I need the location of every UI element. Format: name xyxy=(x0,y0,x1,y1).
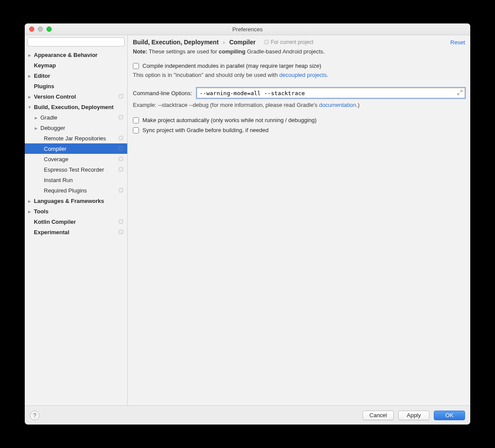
tree-item-label: Required Plugins xyxy=(42,187,116,194)
breadcrumb: Build, Execution, Deployment › Compiler … xyxy=(128,35,470,48)
tree-item[interactable]: Plugins xyxy=(25,81,127,91)
project-scope-icon xyxy=(118,156,124,162)
tree-item-label: Version Control xyxy=(32,93,116,100)
tree-item[interactable]: Espresso Test Recorder xyxy=(25,164,127,175)
crumb-root: Build, Execution, Deployment xyxy=(133,39,219,46)
sidebar: Appearance & BehaviorKeymapEditorPlugins… xyxy=(25,35,128,405)
tree-item[interactable]: Editor xyxy=(25,70,127,81)
settings-tree: Appearance & BehaviorKeymapEditorPlugins… xyxy=(25,49,127,405)
tree-item[interactable]: Remote Jar Repositories xyxy=(25,133,127,143)
tree-item-label: Keymap xyxy=(32,62,124,69)
apply-button[interactable]: Apply xyxy=(398,411,429,420)
content-pane: Build, Execution, Deployment › Compiler … xyxy=(128,35,470,405)
tree-item-label: Debugger xyxy=(39,125,124,131)
window-title: Preferences xyxy=(25,26,470,33)
project-scope-icon xyxy=(118,115,124,120)
project-scope-icon xyxy=(118,229,124,235)
tree-item-label: Plugins xyxy=(32,83,124,90)
tree-item-label: Coverage xyxy=(42,156,116,163)
tree-item-label: Build, Execution, Deployment xyxy=(32,104,124,110)
tree-item[interactable]: Instant Run xyxy=(25,175,127,185)
preferences-window: Preferences Appearance & BehaviorKeymapE… xyxy=(25,23,470,425)
cmd-options-label: Command-line Options: xyxy=(133,90,192,96)
reset-button[interactable]: Reset xyxy=(450,39,465,46)
project-scope-icon xyxy=(118,136,124,141)
parallel-checkbox[interactable] xyxy=(133,63,139,69)
disclosure-icon[interactable] xyxy=(27,105,32,110)
disclosure-icon[interactable] xyxy=(33,126,39,130)
crumb-current: Compiler xyxy=(229,39,256,46)
disclosure-icon[interactable] xyxy=(27,53,32,57)
tree-item[interactable]: Keymap xyxy=(25,60,127,70)
disclosure-icon[interactable] xyxy=(33,115,39,120)
cmd-example-text: Example: --stacktrace --debug (for more … xyxy=(133,99,465,115)
tree-item-label: Languages & Frameworks xyxy=(32,198,124,204)
tree-item-label: Experimental xyxy=(32,229,116,236)
tree-item-label: Gradle xyxy=(39,114,116,121)
disclosure-icon[interactable] xyxy=(27,209,32,214)
sync-gradle-checkbox[interactable] xyxy=(133,127,139,133)
tree-item[interactable]: Tools xyxy=(25,206,127,216)
cmd-options-input[interactable] xyxy=(197,88,465,98)
project-scope-icon xyxy=(118,188,124,193)
project-scope-icon xyxy=(118,219,124,225)
tree-item[interactable]: Coverage xyxy=(25,154,127,164)
tree-item[interactable]: Required Plugins xyxy=(25,185,127,196)
disclosure-icon[interactable] xyxy=(27,94,32,99)
sync-gradle-label: Sync project with Gradle before building… xyxy=(142,127,269,133)
disclosure-icon[interactable] xyxy=(27,199,32,203)
tree-item-label: Kotlin Compiler xyxy=(32,219,116,225)
help-button[interactable]: ? xyxy=(30,411,40,420)
project-scope-icon xyxy=(118,167,124,173)
expand-icon[interactable] xyxy=(457,90,463,96)
decoupled-projects-link[interactable]: decoupled projects xyxy=(279,72,327,78)
tree-item-label: Instant Run xyxy=(42,177,124,183)
tree-item-label: Compiler xyxy=(42,146,116,152)
ok-button[interactable]: OK xyxy=(434,411,465,420)
gradle-docs-link[interactable]: documentation xyxy=(319,102,356,108)
auto-make-label: Make project automatically (only works w… xyxy=(142,117,317,123)
disclosure-icon[interactable] xyxy=(27,73,32,78)
project-scope-icon xyxy=(118,94,124,100)
tree-item-label: Espresso Test Recorder xyxy=(42,166,116,173)
tree-item[interactable]: Compiler xyxy=(25,143,127,154)
project-scope-icon xyxy=(118,146,124,152)
tree-item[interactable]: Version Control xyxy=(25,91,127,102)
parallel-label: Compile independent modules in parallel … xyxy=(142,63,321,69)
for-current-project-hint: For current project xyxy=(264,39,314,45)
tree-item[interactable]: Gradle xyxy=(25,112,127,123)
tree-item[interactable]: Build, Execution, Deployment xyxy=(25,102,127,112)
tree-item[interactable]: Experimental xyxy=(25,227,127,237)
cancel-button[interactable]: Cancel xyxy=(363,411,394,420)
auto-make-checkbox[interactable] xyxy=(133,117,139,123)
parallel-subtext: This option is in "incubation" and shoul… xyxy=(133,71,465,84)
tree-item[interactable]: Kotlin Compiler xyxy=(25,216,127,227)
tree-item[interactable]: Appearance & Behavior xyxy=(25,50,127,60)
tree-item[interactable]: Debugger xyxy=(25,123,127,133)
dialog-footer: ? Cancel Apply OK xyxy=(25,405,470,425)
note-text: Note: These settings are used for compil… xyxy=(128,48,470,61)
tree-item-label: Remote Jar Repositories xyxy=(42,135,116,142)
tree-item-label: Appearance & Behavior xyxy=(32,52,124,58)
titlebar: Preferences xyxy=(25,23,470,35)
tree-item-label: Editor xyxy=(32,73,124,79)
chevron-right-icon: › xyxy=(223,39,225,46)
tree-item[interactable]: Languages & Frameworks xyxy=(25,196,127,206)
tree-item-label: Tools xyxy=(32,208,124,215)
search-input[interactable] xyxy=(27,37,125,46)
